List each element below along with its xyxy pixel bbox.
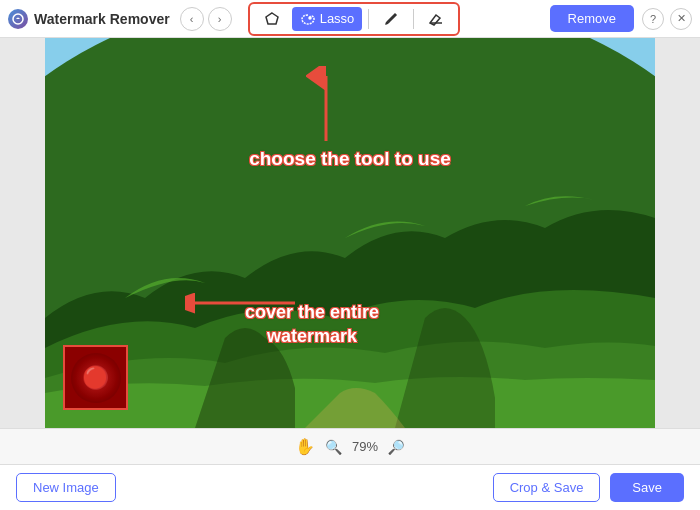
zoom-level-text: 79% [352, 439, 378, 454]
polygon-icon [264, 11, 280, 27]
main-area: choose the tool to use cover the entire … [0, 38, 700, 428]
nav-back-button[interactable]: ‹ [180, 7, 204, 31]
landscape-image[interactable] [45, 38, 655, 428]
pan-tool-icon[interactable]: ✋ [295, 437, 315, 456]
tool-separator-1 [368, 9, 369, 29]
app-logo [8, 9, 28, 29]
close-button[interactable]: ✕ [670, 8, 692, 30]
tool-separator-2 [413, 9, 414, 29]
status-bar: ✋ 🔍 79% 🔍 [0, 428, 700, 464]
svg-line-3 [393, 16, 394, 17]
lasso-tool-button[interactable]: Lasso [292, 7, 363, 31]
title-bar-left: Watermark Remover ‹ › Lasso [8, 2, 550, 36]
lasso-icon [300, 11, 316, 27]
help-button[interactable]: ? [642, 8, 664, 30]
zoom-out-icon[interactable]: 🔍 [388, 439, 405, 455]
crop-save-button[interactable]: Crop & Save [493, 473, 601, 502]
action-bar: New Image Crop & Save Save [0, 464, 700, 510]
title-bar-right: Remove ? ✕ [550, 5, 692, 32]
nav-forward-button[interactable]: › [208, 7, 232, 31]
svg-point-2 [309, 17, 311, 19]
image-container: choose the tool to use cover the entire … [45, 38, 655, 428]
toolbar-section: Lasso [248, 2, 461, 36]
svg-marker-1 [266, 13, 278, 24]
brush-tool-button[interactable] [375, 7, 407, 31]
eraser-icon [428, 11, 444, 27]
eraser-tool-button[interactable] [420, 7, 452, 31]
action-right: Crop & Save Save [493, 473, 684, 502]
lasso-tool-label: Lasso [320, 11, 355, 26]
save-button[interactable]: Save [610, 473, 684, 502]
zoom-in-icon[interactable]: 🔍 [325, 439, 342, 455]
remove-button[interactable]: Remove [550, 5, 634, 32]
nav-arrows: ‹ › [180, 7, 232, 31]
window-controls: ? ✕ [642, 8, 692, 30]
polygon-tool-button[interactable] [256, 7, 288, 31]
new-image-button[interactable]: New Image [16, 473, 116, 502]
app-title: Watermark Remover [34, 11, 170, 27]
title-bar: Watermark Remover ‹ › Lasso [0, 0, 700, 38]
brush-icon [383, 11, 399, 27]
